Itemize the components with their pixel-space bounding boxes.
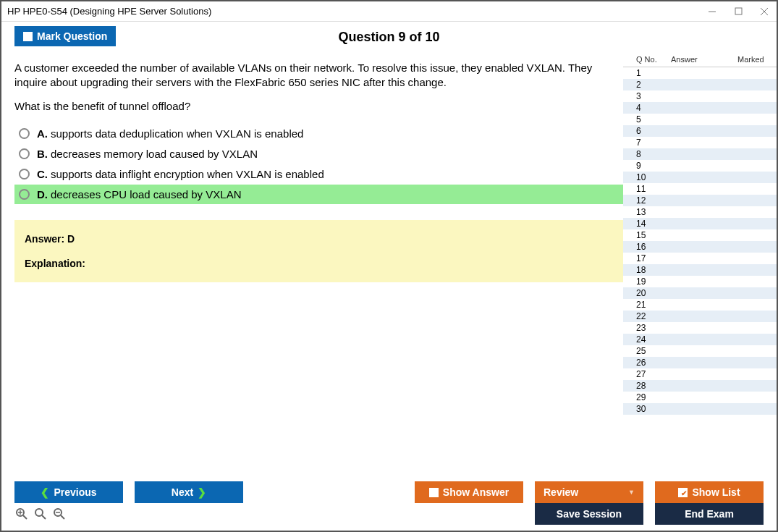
list-item[interactable]: 10 — [623, 172, 777, 183]
list-item[interactable]: 25 — [623, 345, 777, 357]
list-item[interactable]: 24 — [623, 334, 777, 345]
list-item[interactable]: 28 — [623, 380, 777, 392]
list-item[interactable]: 5 — [623, 114, 777, 125]
list-item[interactable]: 12 — [623, 195, 777, 206]
checkbox-icon — [23, 32, 33, 41]
svg-line-9 — [42, 515, 46, 519]
svg-line-5 — [23, 515, 27, 519]
question-number-cell: 23 — [636, 323, 658, 333]
list-item[interactable]: 4 — [623, 102, 777, 114]
question-number-cell: 6 — [636, 126, 658, 136]
question-number-cell: 27 — [636, 369, 658, 379]
list-item[interactable]: 19 — [623, 276, 777, 287]
list-item[interactable]: 23 — [623, 322, 777, 334]
list-item[interactable]: 3 — [623, 90, 777, 102]
list-item[interactable]: 15 — [623, 229, 777, 241]
option-row[interactable]: B. decreases memory load caused by VXLAN — [14, 144, 623, 164]
list-item[interactable]: 1 — [623, 67, 777, 79]
question-number-cell: 5 — [636, 114, 658, 124]
radio-icon — [19, 148, 30, 159]
list-item[interactable]: 20 — [623, 287, 777, 299]
question-number-cell: 14 — [636, 219, 658, 229]
list-item[interactable]: 7 — [623, 137, 777, 148]
svg-line-11 — [61, 515, 64, 519]
option-letter: C. — [37, 168, 48, 180]
question-number-cell: 24 — [636, 334, 658, 345]
maximize-icon[interactable] — [732, 5, 745, 18]
question-number-cell: 10 — [636, 172, 658, 182]
list-item[interactable]: 14 — [623, 218, 777, 229]
question-para-1: A customer exceeded the number of availa… — [14, 61, 623, 89]
explanation-label: Explanation: — [25, 258, 613, 269]
zoom-controls — [14, 507, 67, 521]
zoom-out-icon[interactable] — [52, 507, 67, 521]
list-item[interactable]: 17 — [623, 253, 777, 264]
chevron-right-icon: ❯ — [198, 486, 206, 498]
question-number-cell: 3 — [636, 91, 658, 101]
option-row[interactable]: D. decreases CPU load caused by VXLAN — [14, 185, 623, 204]
mark-question-button[interactable]: Mark Question — [14, 26, 116, 46]
list-item[interactable]: 29 — [623, 392, 777, 403]
list-item[interactable]: 2 — [623, 79, 777, 90]
option-letter: B. — [37, 148, 48, 160]
window-title: HP HPE0-S54 (Designing HPE Server Soluti… — [7, 6, 706, 17]
save-session-label: Save Session — [557, 508, 622, 520]
list-item[interactable]: 22 — [623, 311, 777, 322]
col-answer: Answer — [671, 55, 737, 64]
list-item[interactable]: 27 — [623, 368, 777, 380]
question-number-cell: 28 — [636, 381, 658, 391]
previous-button[interactable]: ❮ Previous — [14, 481, 123, 503]
option-row[interactable]: C. supports data inflight encryption whe… — [14, 164, 623, 184]
question-number-cell: 26 — [636, 358, 658, 368]
question-number-cell: 8 — [636, 149, 658, 159]
list-item[interactable]: 16 — [623, 241, 777, 253]
show-list-label: Show List — [692, 486, 740, 498]
question-number-cell: 11 — [636, 184, 658, 194]
question-number-cell: 25 — [636, 346, 658, 356]
next-label: Next — [172, 486, 193, 498]
list-item[interactable]: 6 — [623, 125, 777, 137]
chevron-left-icon: ❮ — [41, 486, 49, 498]
list-item[interactable]: 21 — [623, 299, 777, 311]
list-item[interactable]: 9 — [623, 160, 777, 172]
question-number-cell: 29 — [636, 392, 658, 402]
zoom-in-icon[interactable] — [33, 507, 48, 521]
body: A customer exceeded the number of availa… — [1, 52, 777, 476]
list-item[interactable]: 11 — [623, 183, 777, 195]
list-item[interactable]: 18 — [623, 264, 777, 276]
close-icon[interactable] — [758, 5, 771, 18]
show-answer-button[interactable]: Show Answer — [415, 481, 523, 503]
next-button[interactable]: Next ❯ — [135, 481, 243, 503]
list-item[interactable]: 13 — [623, 206, 777, 218]
list-item[interactable]: 8 — [623, 148, 777, 160]
question-number-cell: 21 — [636, 300, 658, 310]
question-number-cell: 20 — [636, 288, 658, 298]
zoom-reset-icon[interactable] — [14, 507, 29, 521]
footer: ❮ Previous Next ❯ Show Answer Review ▼ S… — [1, 476, 777, 531]
save-session-button[interactable]: Save Session — [535, 503, 643, 525]
minimize-icon[interactable] — [706, 5, 719, 18]
option-letter: A. — [37, 127, 48, 140]
question-number-cell: 22 — [636, 311, 658, 321]
chevron-down-icon: ▼ — [628, 489, 635, 496]
option-letter: D. — [37, 188, 48, 200]
end-exam-button[interactable]: End Exam — [655, 503, 764, 525]
show-answer-label: Show Answer — [443, 486, 509, 498]
mark-question-label: Mark Question — [37, 30, 107, 42]
list-item[interactable]: 30 — [623, 403, 777, 415]
side-header: Q No. Answer Marked — [623, 52, 777, 67]
side-panel: Q No. Answer Marked 12345678910111213141… — [623, 52, 777, 476]
option-row[interactable]: A. supports data deduplication when VXLA… — [14, 124, 623, 143]
review-label: Review — [544, 486, 578, 498]
list-item[interactable]: 26 — [623, 357, 777, 368]
option-text: decreases CPU load caused by VXLAN — [51, 188, 241, 200]
svg-point-8 — [35, 509, 43, 516]
options-list: A. supports data deduplication when VXLA… — [14, 124, 623, 204]
show-list-button[interactable]: Show List — [655, 481, 764, 503]
review-button[interactable]: Review ▼ — [535, 481, 643, 503]
question-para-2: What is the benefit of tunnel offload? — [14, 99, 623, 114]
question-list[interactable]: 1234567891011121314151617181920212223242… — [623, 67, 777, 476]
question-number-cell: 18 — [636, 265, 658, 275]
question-text: A customer exceeded the number of availa… — [14, 61, 623, 114]
option-text: decreases memory load caused by VXLAN — [51, 148, 258, 160]
